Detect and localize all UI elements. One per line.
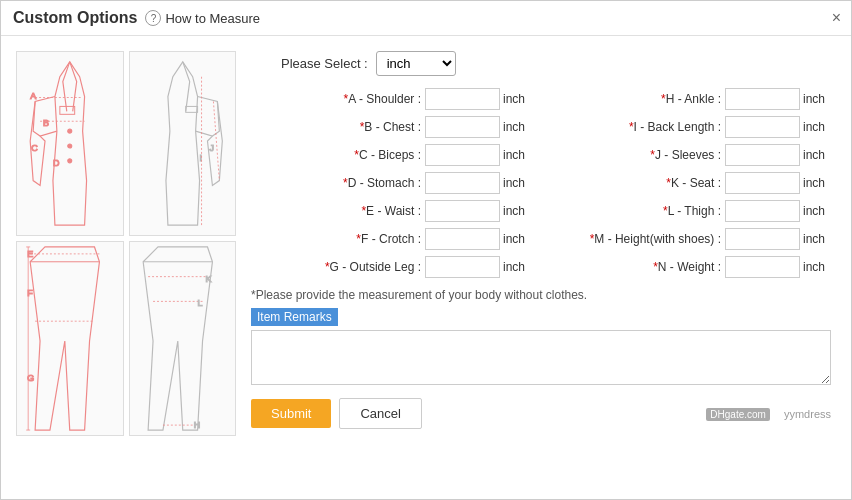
label-B: *B - Chest : bbox=[360, 120, 421, 134]
input-F[interactable] bbox=[425, 228, 500, 250]
unit-D: inch bbox=[503, 176, 531, 190]
field-row-E: *E - Waist : inch bbox=[251, 200, 531, 222]
input-I[interactable] bbox=[725, 116, 800, 138]
field-row-G: *G - Outside Leg : inch bbox=[251, 256, 531, 278]
unit-C: inch bbox=[503, 148, 531, 162]
field-row-M: *M - Height(with shoes) : inch bbox=[551, 228, 831, 250]
input-K[interactable] bbox=[725, 172, 800, 194]
input-J[interactable] bbox=[725, 144, 800, 166]
unit-H: inch bbox=[803, 92, 831, 106]
label-L: *L - Thigh : bbox=[663, 204, 721, 218]
measurement-note: *Please provide the measurement of your … bbox=[251, 288, 831, 302]
pants-left-svg: E F G bbox=[17, 242, 123, 435]
label-I: *I - Back Length : bbox=[629, 120, 721, 134]
svg-text:D: D bbox=[53, 158, 59, 168]
modal-body: A B C D bbox=[1, 36, 851, 492]
field-row-A: *A - Shoulder : inch bbox=[251, 88, 531, 110]
item-remarks-label: Item Remarks bbox=[251, 308, 338, 326]
diagram-bottom: E F G bbox=[16, 241, 236, 436]
jacket-right-svg: I J bbox=[130, 52, 236, 235]
svg-text:C: C bbox=[31, 143, 38, 153]
unit-N: inch bbox=[803, 260, 831, 274]
unit-A: inch bbox=[503, 92, 531, 106]
label-F: *F - Crotch : bbox=[356, 232, 421, 246]
field-row-H: *H - Ankle : inch bbox=[551, 88, 831, 110]
unit-G: inch bbox=[503, 260, 531, 274]
svg-point-2 bbox=[68, 144, 72, 148]
field-row-F: *F - Crotch : inch bbox=[251, 228, 531, 250]
modal-title: Custom Options bbox=[13, 9, 137, 27]
svg-text:J: J bbox=[209, 143, 213, 153]
label-H: *H - Ankle : bbox=[661, 92, 721, 106]
remarks-textarea[interactable] bbox=[251, 330, 831, 385]
measurements-grid: *A - Shoulder : inch *H - Ankle : inch *… bbox=[251, 88, 831, 278]
svg-point-1 bbox=[68, 129, 72, 133]
label-G: *G - Outside Leg : bbox=[325, 260, 421, 274]
pants-diagram-right: K L H bbox=[129, 241, 237, 436]
jacket-left-svg: A B C D bbox=[17, 52, 123, 235]
input-N[interactable] bbox=[725, 256, 800, 278]
unit-L: inch bbox=[803, 204, 831, 218]
input-G[interactable] bbox=[425, 256, 500, 278]
input-A[interactable] bbox=[425, 88, 500, 110]
jacket-diagram-left: A B C D bbox=[16, 51, 124, 236]
brand-watermark: yymdress bbox=[784, 408, 831, 420]
unit-B: inch bbox=[503, 120, 531, 134]
field-row-J: *J - Sleeves : inch bbox=[551, 144, 831, 166]
input-D[interactable] bbox=[425, 172, 500, 194]
submit-button[interactable]: Submit bbox=[251, 399, 331, 428]
input-E[interactable] bbox=[425, 200, 500, 222]
label-M: *M - Height(with shoes) : bbox=[590, 232, 721, 246]
footer-row: Submit Cancel DHgate.com yymdress bbox=[251, 398, 831, 429]
unit-M: inch bbox=[803, 232, 831, 246]
pants-diagram-left: E F G bbox=[16, 241, 124, 436]
field-row-L: *L - Thigh : inch bbox=[551, 200, 831, 222]
label-K: *K - Seat : bbox=[666, 176, 721, 190]
cancel-button[interactable]: Cancel bbox=[339, 398, 421, 429]
svg-point-3 bbox=[68, 159, 72, 163]
svg-text:L: L bbox=[197, 298, 202, 308]
modal-container: Custom Options ? How to Measure × bbox=[0, 0, 852, 500]
form-section: Please Select : inch cm *A - Shoulder : … bbox=[241, 46, 841, 482]
input-C[interactable] bbox=[425, 144, 500, 166]
unit-F: inch bbox=[503, 232, 531, 246]
svg-text:K: K bbox=[205, 274, 211, 284]
label-N: *N - Weight : bbox=[653, 260, 721, 274]
field-row-C: *C - Biceps : inch bbox=[251, 144, 531, 166]
unit-K: inch bbox=[803, 176, 831, 190]
svg-rect-10 bbox=[185, 106, 197, 112]
unit-E: inch bbox=[503, 204, 531, 218]
input-L[interactable] bbox=[725, 200, 800, 222]
field-row-I: *I - Back Length : inch bbox=[551, 116, 831, 138]
label-E: *E - Waist : bbox=[361, 204, 421, 218]
input-B[interactable] bbox=[425, 116, 500, 138]
close-button[interactable]: × bbox=[832, 9, 841, 27]
field-row-K: *K - Seat : inch bbox=[551, 172, 831, 194]
input-M[interactable] bbox=[725, 228, 800, 250]
label-C: *C - Biceps : bbox=[354, 148, 421, 162]
jacket-diagram-right: I J bbox=[129, 51, 237, 236]
unit-J: inch bbox=[803, 148, 831, 162]
unit-I: inch bbox=[803, 120, 831, 134]
field-row-B: *B - Chest : inch bbox=[251, 116, 531, 138]
help-icon[interactable]: ? bbox=[145, 10, 161, 26]
select-row: Please Select : inch cm bbox=[281, 51, 831, 76]
modal-header: Custom Options ? How to Measure × bbox=[1, 1, 851, 36]
svg-text:A: A bbox=[30, 91, 36, 101]
pants-right-svg: K L H bbox=[130, 242, 236, 435]
input-H[interactable] bbox=[725, 88, 800, 110]
unit-select[interactable]: inch cm bbox=[376, 51, 456, 76]
diagram-top: A B C D bbox=[16, 51, 236, 236]
svg-text:H: H bbox=[193, 420, 199, 430]
field-row-N: *N - Weight : inch bbox=[551, 256, 831, 278]
suit-diagram: A B C D bbox=[11, 46, 241, 482]
label-J: *J - Sleeves : bbox=[650, 148, 721, 162]
please-select-label: Please Select : bbox=[281, 56, 368, 71]
label-A: *A - Shoulder : bbox=[344, 92, 421, 106]
label-D: *D - Stomach : bbox=[343, 176, 421, 190]
field-row-D: *D - Stomach : inch bbox=[251, 172, 531, 194]
how-to-measure-link[interactable]: How to Measure bbox=[165, 11, 260, 26]
watermark-logo: DHgate.com bbox=[706, 408, 770, 420]
svg-text:B: B bbox=[43, 118, 49, 128]
